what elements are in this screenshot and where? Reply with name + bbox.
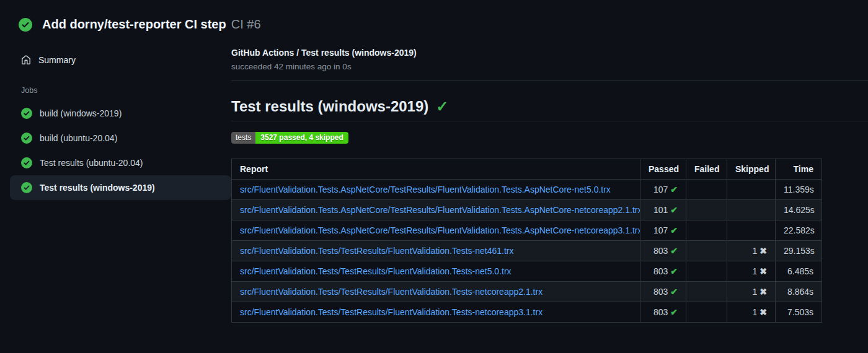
tests-badge-label: tests: [231, 132, 255, 144]
check-status-line: succeeded 42 minutes ago in 0s: [231, 62, 868, 71]
tests-badge: tests 3527 passed, 4 skipped: [231, 132, 348, 144]
time-cell: 11.359s: [776, 180, 822, 200]
table-header-row: ReportPassedFailedSkippedTime: [232, 159, 822, 180]
report-cell: src/FluentValidation.Tests/TestResults/F…: [232, 302, 640, 323]
report-cell: src/FluentValidation.Tests.AspNetCore/Te…: [232, 220, 640, 241]
check-run-header: Add dorny/test-reporter CI step CI #6: [0, 0, 868, 32]
check-suite-title: GitHub Actions / Test results (windows-2…: [231, 48, 868, 58]
report-cell: src/FluentValidation.Tests/TestResults/F…: [232, 282, 640, 302]
job-label: Test results (windows-2019): [40, 183, 155, 193]
passed-cell-count: 101: [653, 205, 668, 215]
passed-cell-count: 107: [653, 225, 668, 235]
report-link[interactable]: src/FluentValidation.Tests.AspNetCore/Te…: [240, 185, 611, 194]
passed-cell: 803✔: [640, 261, 686, 282]
sidebar-item-summary[interactable]: Summary: [10, 50, 231, 70]
table-row: src/FluentValidation.Tests/TestResults/F…: [232, 241, 822, 261]
passed-cell-count: 803: [653, 287, 668, 297]
report-cell: src/FluentValidation.Tests/TestResults/F…: [232, 261, 640, 282]
table-row: src/FluentValidation.Tests/TestResults/F…: [232, 282, 822, 302]
skipped-cell-count: 1: [752, 246, 757, 256]
skipped-cell-count: 1: [752, 266, 757, 276]
report-link[interactable]: src/FluentValidation.Tests.AspNetCore/Te…: [240, 225, 640, 235]
time-cell: 6.485s: [776, 261, 822, 282]
jobs-sidebar: Summary Jobs build (windows-2019)build (…: [0, 46, 231, 323]
table-row: src/FluentValidation.Tests.AspNetCore/Te…: [232, 200, 822, 220]
report-link[interactable]: src/FluentValidation.Tests/TestResults/F…: [240, 266, 512, 276]
report-link[interactable]: src/FluentValidation.Tests/TestResults/F…: [240, 246, 513, 256]
skipped-cell: 1✖: [727, 261, 776, 282]
passed-cell: 101✔: [640, 200, 686, 220]
table-row: src/FluentValidation.Tests/TestResults/F…: [232, 261, 822, 282]
skipped-cell-count: 1: [752, 287, 757, 297]
skipped-cell: 1✖: [727, 241, 776, 261]
passed-cell: 803✔: [640, 241, 686, 261]
failed-cell: [686, 220, 727, 241]
failed-cell: [686, 200, 727, 220]
skipped-cell: [727, 180, 776, 200]
skip-x-icon: ✖: [760, 307, 767, 317]
pass-check-icon: ✔: [670, 307, 678, 317]
jobs-section-label: Jobs: [10, 86, 231, 95]
skipped-cell: 1✖: [727, 302, 776, 323]
job-label: build (ubuntu-20.04): [40, 133, 117, 143]
table-row: src/FluentValidation.Tests.AspNetCore/Te…: [232, 180, 822, 200]
failed-cell: [686, 302, 727, 323]
jobs-list: build (windows-2019)build (ubuntu-20.04)…: [10, 101, 231, 200]
sidebar-job-build-windows-2019-[interactable]: build (windows-2019): [10, 101, 231, 126]
skipped-cell-count: 1: [752, 307, 757, 317]
sidebar-job-build-ubuntu-20-04-[interactable]: build (ubuntu-20.04): [10, 126, 231, 150]
report-heading-text: Test results (windows-2019): [231, 98, 428, 115]
passed-cell: 803✔: [640, 302, 686, 323]
main-content: GitHub Actions / Test results (windows-2…: [231, 46, 868, 323]
home-icon: [21, 55, 31, 65]
tests-badge-value: 3527 passed, 4 skipped: [255, 132, 348, 144]
pass-check-icon: ✔: [670, 225, 678, 235]
skip-x-icon: ✖: [760, 287, 767, 297]
report-cell: src/FluentValidation.Tests.AspNetCore/Te…: [232, 180, 640, 200]
passed-cell-count: 803: [653, 246, 668, 256]
time-cell: 14.625s: [776, 200, 822, 220]
passed-cell: 803✔: [640, 282, 686, 302]
passed-cell-count: 803: [653, 266, 668, 276]
failed-cell: [686, 261, 727, 282]
report-link[interactable]: src/FluentValidation.Tests/TestResults/F…: [240, 287, 542, 297]
check-circle-icon: [19, 18, 32, 32]
column-header-time: Time: [776, 159, 822, 180]
sidebar-job-test-results-ubuntu-20-04-[interactable]: Test results (ubuntu-20.04): [10, 150, 231, 175]
pass-check-icon: ✔: [670, 266, 678, 276]
check-circle-icon: [21, 133, 32, 144]
report-cell: src/FluentValidation.Tests.AspNetCore/Te…: [232, 200, 640, 220]
job-label: Test results (ubuntu-20.04): [40, 158, 143, 168]
column-header-failed: Failed: [686, 159, 727, 180]
pass-check-icon: ✔: [670, 287, 678, 297]
report-heading: Test results (windows-2019) ✓: [231, 98, 868, 121]
table-row: src/FluentValidation.Tests/TestResults/F…: [232, 302, 822, 323]
failed-cell: [686, 180, 727, 200]
failed-cell: [686, 282, 727, 302]
column-header-skipped: Skipped: [727, 159, 776, 180]
sidebar-job-test-results-windows-2019-[interactable]: Test results (windows-2019): [10, 175, 231, 200]
report-link[interactable]: src/FluentValidation.Tests/TestResults/F…: [240, 307, 542, 317]
page-title: Add dorny/test-reporter CI step: [42, 17, 226, 32]
run-number: CI #6: [231, 17, 261, 32]
job-label: build (windows-2019): [40, 108, 122, 118]
skipped-cell: 1✖: [727, 282, 776, 302]
test-results-table: ReportPassedFailedSkippedTime src/Fluent…: [231, 159, 822, 323]
check-circle-icon: [21, 157, 32, 168]
skip-x-icon: ✖: [760, 246, 767, 256]
time-cell: 29.153s: [776, 241, 822, 261]
skip-x-icon: ✖: [760, 266, 767, 276]
column-header-passed: Passed: [640, 159, 686, 180]
column-header-report: Report: [232, 159, 640, 180]
time-cell: 7.503s: [776, 302, 822, 323]
pass-check-icon: ✔: [670, 205, 678, 215]
time-cell: 8.864s: [776, 282, 822, 302]
skipped-cell: [727, 200, 776, 220]
passed-cell: 107✔: [640, 220, 686, 241]
report-link[interactable]: src/FluentValidation.Tests.AspNetCore/Te…: [240, 205, 640, 215]
check-circle-icon: [21, 108, 32, 119]
time-cell: 22.582s: [776, 220, 822, 241]
failed-cell: [686, 241, 727, 261]
passed-cell-count: 107: [653, 185, 668, 194]
pass-check-icon: ✔: [670, 185, 678, 194]
